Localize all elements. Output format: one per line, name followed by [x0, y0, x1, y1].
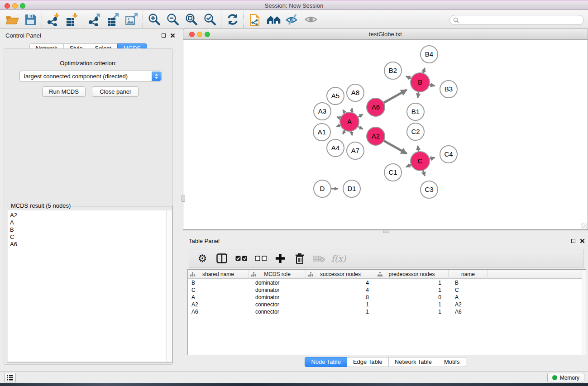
hide-selected-button[interactable] [283, 11, 301, 28]
cell-successor-nodes[interactable]: 8 [306, 294, 375, 301]
zoom-out-button[interactable] [163, 11, 182, 28]
resize-grip[interactable] [581, 223, 587, 229]
export-network-button[interactable] [85, 11, 104, 28]
search-field[interactable] [449, 15, 584, 25]
column-header-predecessor-nodes[interactable]: predecessor nodes [375, 270, 449, 279]
cell-successor-nodes[interactable]: 4 [306, 286, 375, 294]
cell-name[interactable]: B [449, 279, 488, 286]
node-D[interactable]: D [314, 180, 331, 197]
node-B2[interactable]: B2 [384, 62, 402, 79]
refresh-button[interactable] [223, 11, 242, 28]
node-A2[interactable]: A2 [367, 127, 385, 145]
open-folder-button[interactable] [3, 11, 21, 28]
show-columns-button[interactable] [235, 252, 247, 265]
zoom-fit-button[interactable] [182, 11, 201, 28]
show-eye-button[interactable] [301, 11, 320, 28]
table-close-icon[interactable] [580, 238, 585, 243]
node-D1[interactable]: D1 [343, 180, 360, 197]
cell-shared-name[interactable]: A2 [188, 301, 249, 308]
network-window-titlebar[interactable]: testGlobe.txt [183, 28, 588, 40]
table-scrollbar[interactable] [582, 270, 586, 355]
cell-shared-name[interactable]: B [188, 279, 249, 286]
save-session-button[interactable] [21, 11, 40, 28]
table-float-icon[interactable] [571, 239, 575, 243]
result-item[interactable]: B [10, 226, 166, 234]
import-table-button[interactable] [62, 11, 81, 28]
node-B3[interactable]: B3 [440, 81, 457, 98]
cell-name[interactable]: A2 [449, 301, 488, 308]
horizontal-scroll-thumb[interactable] [383, 230, 389, 233]
cell-name[interactable]: C [449, 286, 488, 294]
vertical-scroll-thumb[interactable] [182, 195, 185, 202]
node-C2[interactable]: C2 [407, 123, 424, 140]
cell-MCDS-role[interactable]: dominator [249, 286, 306, 294]
zoom-selected-button[interactable] [201, 11, 219, 28]
table-settings-button[interactable]: ⚙ [196, 252, 208, 265]
node-A8[interactable]: A8 [347, 84, 364, 101]
table-row[interactable]: Cdominator41C [188, 286, 582, 294]
cell-successor-nodes[interactable]: 1 [306, 308, 375, 315]
home-button[interactable] [264, 11, 283, 28]
tab-node-table[interactable]: Node Table [305, 357, 347, 367]
cell-shared-name[interactable]: C [188, 286, 249, 294]
cell-predecessor-nodes[interactable]: 0 [375, 294, 449, 301]
node-A1[interactable]: A1 [313, 124, 330, 141]
cell-MCDS-role[interactable]: dominator [249, 279, 306, 286]
result-item[interactable]: A [10, 219, 166, 226]
column-header-successor-nodes[interactable]: successor nodes [306, 270, 375, 279]
mcds-result-list[interactable]: A2ABCA6 [8, 210, 166, 362]
table-row[interactable]: Adominator80A [188, 294, 582, 301]
node-A7[interactable]: A7 [347, 142, 364, 159]
network-canvas[interactable]: AA1A2A3A4A5A6A7A8BB1B2B3B4CC1C2C3C4DD1 [183, 40, 588, 230]
node-A[interactable]: A [340, 112, 359, 131]
node-C1[interactable]: C1 [384, 164, 402, 181]
cell-name[interactable]: A6 [449, 308, 488, 315]
result-item[interactable]: A6 [10, 241, 166, 248]
cell-successor-nodes[interactable]: 4 [306, 279, 375, 286]
import-network-button[interactable] [44, 11, 62, 28]
cell-predecessor-nodes[interactable]: 1 [375, 279, 449, 286]
search-input[interactable] [461, 17, 579, 23]
tab-network-table[interactable]: Network Table [388, 357, 438, 367]
cell-MCDS-role[interactable]: connector [249, 308, 306, 315]
column-header-shared-name[interactable]: shared name [188, 270, 249, 279]
table-row[interactable]: A2connector11A2 [188, 301, 582, 308]
node-B1[interactable]: B1 [407, 103, 424, 120]
cell-name[interactable]: A [449, 294, 488, 301]
result-scrollbar[interactable] [166, 210, 172, 362]
cell-predecessor-nodes[interactable]: 1 [375, 286, 449, 294]
clone-network-button[interactable] [246, 11, 264, 28]
table-row[interactable]: A6connector11A6 [188, 308, 582, 315]
split-columns-button[interactable] [216, 252, 228, 265]
cell-successor-nodes[interactable]: 1 [306, 301, 375, 308]
export-image-button[interactable] [122, 11, 141, 28]
cell-shared-name[interactable]: A [188, 294, 249, 301]
cell-predecessor-nodes[interactable]: 1 [375, 308, 449, 315]
node-B4[interactable]: B4 [421, 46, 438, 63]
cell-MCDS-role[interactable]: connector [249, 301, 306, 308]
zoom-in-button[interactable] [145, 11, 163, 28]
tab-edge-table[interactable]: Edge Table [347, 357, 389, 367]
node-A6[interactable]: A6 [367, 98, 385, 116]
node-A4[interactable]: A4 [327, 139, 344, 157]
criterion-dropdown[interactable]: largest connected component (directed) [19, 71, 162, 82]
node-A5[interactable]: A5 [327, 87, 344, 105]
close-panel-icon[interactable] [170, 33, 175, 38]
node-B[interactable]: B [411, 73, 430, 92]
memory-button[interactable]: Memory [547, 373, 584, 382]
cell-shared-name[interactable]: A6 [188, 308, 249, 315]
task-history-button[interactable] [4, 373, 16, 382]
node-C[interactable]: C [411, 152, 430, 171]
cell-MCDS-role[interactable]: dominator [249, 294, 306, 301]
export-table-button[interactable] [104, 11, 122, 28]
column-header-MCDS-role[interactable]: MCDS role [249, 270, 306, 279]
node-A3[interactable]: A3 [314, 103, 331, 120]
node-C4[interactable]: C4 [440, 146, 457, 163]
result-item[interactable]: A2 [10, 212, 166, 219]
delete-column-button[interactable] [294, 252, 306, 265]
float-panel-icon[interactable] [162, 33, 166, 38]
result-item[interactable]: C [10, 234, 166, 241]
cell-predecessor-nodes[interactable]: 1 [375, 301, 449, 308]
add-column-button[interactable] [274, 252, 286, 265]
close-panel-button[interactable]: Close panel [92, 86, 139, 97]
